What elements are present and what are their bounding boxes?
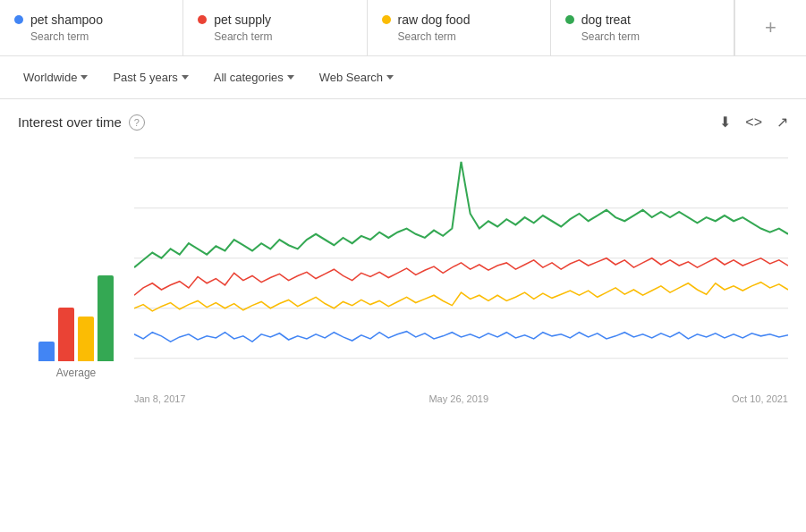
term-dot [14,15,23,24]
line-raw-dog-food [134,283,788,311]
search-term-item[interactable]: raw dog food Search term [368,0,551,55]
term-label: Search term [565,30,719,43]
share-icon[interactable]: ↗ [776,114,788,131]
add-search-term-button[interactable]: + [734,0,806,55]
term-name: dog treat [581,13,631,27]
x-axis-labels: Jan 8, 2017 May 26, 2019 Oct 10, 2021 [134,390,788,404]
chevron-down-icon [182,75,189,80]
search-term-item[interactable]: dog treat Search term [551,0,734,55]
line-chart-svg: 100 75 50 25 [134,139,788,390]
embed-code-icon[interactable]: <> [745,114,762,131]
term-label: Search term [198,30,352,43]
term-name: raw dog food [398,13,471,27]
avg-bar-pet-shampoo [38,342,55,361]
chart-header: Interest over time ? ⬇ <> ↗ [18,114,788,131]
search-term-item[interactable]: pet supply Search term [183,0,367,55]
x-label-end: Oct 10, 2021 [732,393,788,404]
search-type-label: Web Search [319,71,383,84]
term-label: Search term [14,30,168,43]
line-pet-shampoo [134,332,788,342]
categories-filter[interactable]: All categories [205,65,303,89]
search-type-filter[interactable]: Web Search [310,65,403,89]
term-dot [382,15,391,24]
search-term-item[interactable]: pet shampoo Search term [0,0,183,55]
avg-bars [38,254,114,361]
search-terms-header: pet shampoo Search term pet supply Searc… [0,0,806,56]
location-filter[interactable]: Worldwide [14,65,97,89]
avg-bar-pet-supply [58,308,74,361]
download-icon[interactable]: ⬇ [719,114,731,131]
chevron-down-icon [81,75,88,80]
line-dog-treat [134,162,788,267]
line-chart-wrapper: 100 75 50 25 Jan 8, 2017 M [134,139,788,404]
filters-bar: Worldwide Past 5 years All categories We… [0,56,806,99]
categories-label: All categories [214,71,284,84]
line-pet-supply [134,258,788,295]
help-icon[interactable]: ? [129,114,145,131]
chart-section: Interest over time ? ⬇ <> ↗ Average 100 [0,99,806,418]
chart-area: Average 100 75 50 25 [18,139,788,404]
chart-title: Interest over time [18,114,122,130]
avg-bar-raw-dog-food [78,317,94,361]
term-name: pet supply [214,13,271,27]
chart-actions: ⬇ <> ↗ [719,114,788,131]
term-dot [198,15,207,24]
average-label: Average [56,367,96,379]
average-bars-section: Average [18,139,134,404]
time-range-filter[interactable]: Past 5 years [104,65,197,89]
time-range-label: Past 5 years [113,71,177,84]
avg-bar-dog-treat [98,275,114,361]
term-dot [565,15,574,24]
x-label-start: Jan 8, 2017 [134,393,186,404]
location-label: Worldwide [23,71,77,84]
chart-title-area: Interest over time ? [18,114,145,131]
term-name: pet shampoo [30,13,103,27]
term-label: Search term [382,30,536,43]
chevron-down-icon [287,75,294,80]
chevron-down-icon [386,75,394,80]
x-label-mid: May 26, 2019 [428,393,488,404]
